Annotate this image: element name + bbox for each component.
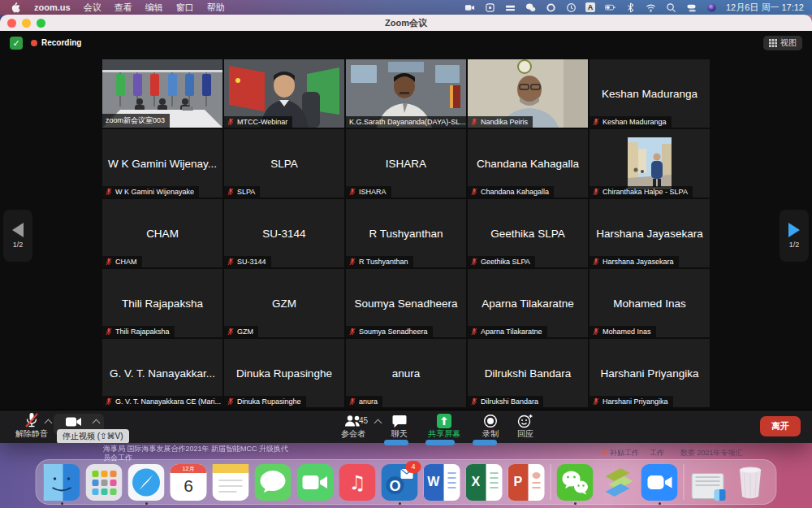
participant-tile-zoom-room[interactable]: zoom新会议室003 [102,59,222,128]
wechat-dock-icon[interactable] [557,464,594,501]
menu-item-view[interactable]: 查看 [114,2,132,14]
muted-mic-icon [349,397,356,406]
running-indicator [145,502,148,505]
participant-tile[interactable]: SLPA SLPA [224,129,344,198]
muted-mic-icon [349,258,356,266]
participant-tile-photo[interactable]: Chiranthaka Halpe - SLPA [590,129,710,198]
input-method-icon[interactable]: A [585,2,595,12]
participants-label: 参会者 [341,428,365,440]
participant-label: anura [346,396,382,407]
participant-tile-video[interactable]: Nandika Peiris [468,59,588,128]
messages-dock-icon[interactable] [255,464,292,501]
participant-tile[interactable]: GZM GZM [224,269,344,337]
running-indicator [399,502,401,505]
menu-item-edit[interactable]: 编辑 [145,2,163,14]
next-page-button[interactable]: 1/2 [780,210,809,262]
notes-dock-icon[interactable] [213,464,249,501]
menu-item-window[interactable]: 窗口 [176,2,194,14]
battery-icon[interactable] [604,2,615,13]
siri-icon[interactable] [706,2,717,13]
participant-tile[interactable]: R Tushyanthan R Tushyanthan [346,199,466,267]
participants-button[interactable]: 参会者 [329,412,378,440]
outlook-dock-icon[interactable]: O 4 [382,464,418,501]
outlook-badge: 4 [406,461,421,473]
share-screen-icon [437,414,451,428]
bluetooth-icon[interactable] [624,2,636,13]
background-window-button [384,440,408,445]
zoom-dock-icon[interactable] [641,464,678,501]
launchpad-dock-icon[interactable] [86,464,123,501]
participant-label: Thili Rajapaksha [102,326,175,337]
participant-tile[interactable]: W K Gamini Wijenay... W K Gamini Wijenay… [102,129,222,198]
participant-tile[interactable]: CHAM CHAM [102,199,222,267]
security-shield-icon[interactable]: ✓ [10,37,23,50]
calendar-day: 6 [171,473,207,499]
excel-dock-icon[interactable]: X [466,464,503,501]
security-app-icon[interactable] [484,2,495,13]
word-dock-icon[interactable]: W [424,464,460,501]
reactions-button[interactable]: 回应 [505,412,546,440]
background-window-text: 工作 [650,448,664,458]
participant-tile-video[interactable]: MTCC-Webinar [224,59,344,128]
share-screen-button[interactable]: 共享屏幕 [416,412,473,440]
arrow-right-icon [788,223,800,237]
participant-tile[interactable]: G. V. T. Nanayakkar... G. V. T. Nanayakk… [102,339,222,407]
display-icon[interactable] [685,2,697,13]
facetime-dock-icon[interactable] [297,464,334,501]
chat-button[interactable]: 聊天 [379,412,420,440]
keyboard-icon[interactable] [504,2,516,13]
participant-tile[interactable]: Aparna Tilakaratne Aparna Tilakaratne [468,269,588,337]
trash-dock-icon[interactable] [732,464,769,501]
muted-mic-icon [593,328,599,336]
participant-tile[interactable]: Mohamed Inas Mohamed Inas [590,269,710,337]
background-bullet-dot [603,450,607,454]
spotlight-icon[interactable] [665,2,676,13]
participant-tile-video[interactable]: K.G.Sarath Dayananda(DAYA)-SL... [346,59,466,128]
menu-item-meeting[interactable]: 会议 [84,2,102,14]
participant-label: Dinuka Rupasinghe [224,396,306,407]
participant-tile[interactable]: Dinuka Rupasinghe Dinuka Rupasinghe [224,339,344,407]
running-indicator [574,502,577,505]
ring-icon[interactable] [545,2,556,13]
menu-app-name[interactable]: zoom.us [34,2,71,12]
participant-label: Dilrukshi Bandara [468,396,543,407]
wechat-status-icon[interactable] [525,2,536,13]
menu-clock[interactable]: 12月6日 周一 17:12 [726,2,804,14]
participant-tile[interactable]: Keshan Maduranga Keshan Maduranga [590,59,710,128]
transfer-app-dock-icon[interactable] [599,464,636,501]
music-dock-icon[interactable]: ♫ [339,464,376,501]
page-indicator: 1/2 [13,241,24,249]
participant-tile[interactable]: ISHARA ISHARA [346,129,466,198]
safari-dock-icon[interactable] [128,464,165,501]
muted-mic-icon [471,188,477,196]
window-title-bar[interactable]: Zoom会议 [0,15,812,31]
participant-tile[interactable]: anura anura [346,339,466,407]
calendar-dock-icon[interactable]: 12月 6 [171,464,207,501]
powerpoint-dock-icon[interactable]: P [508,464,545,501]
muted-mic-icon [593,397,599,406]
zoom-camera-icon[interactable] [464,2,475,13]
participant-label: Nandika Peiris [468,116,533,128]
participant-tile[interactable]: Dilrukshi Bandara Dilrukshi Bandara [468,339,588,407]
arrow-left-icon [12,223,24,237]
clock-icon[interactable] [565,2,577,13]
minimized-window-dock-icon[interactable] [690,464,727,501]
menu-item-help[interactable]: 帮助 [207,2,225,14]
participant-tile[interactable]: Harshana Jayasekara Harshana Jayasekara [590,199,710,267]
participant-label: Soumya Senadheera [346,326,433,337]
finder-dock-icon[interactable] [44,464,80,501]
wifi-icon[interactable] [645,2,656,13]
participant-tile[interactable]: Geethika SLPA Geethika SLPA [468,199,588,267]
participant-tile[interactable]: Soumya Senadheera Soumya Senadheera [346,269,466,337]
participant-label: G. V. T. Nanayakkara CE (Mari... [102,396,222,407]
participant-tile[interactable]: Thili Rajapaksha Thili Rajapaksha [102,269,222,337]
apple-menu-icon[interactable] [10,2,21,13]
participant-tile[interactable]: Harshani Priyangika Harshani Priyangika [590,339,710,407]
participant-tile[interactable]: SU-3144 SU-3144 [224,199,344,267]
participant-label: SU-3144 [224,256,271,267]
leave-button[interactable]: 离开 [760,416,801,436]
participant-tile[interactable]: Chandana Kahagalla Chandana Kahagalla [468,129,588,198]
meeting-top-bar: ✓ Recording 视图 [0,31,812,55]
previous-page-button[interactable]: 1/2 [3,210,32,262]
view-button[interactable]: 视图 [763,36,802,50]
